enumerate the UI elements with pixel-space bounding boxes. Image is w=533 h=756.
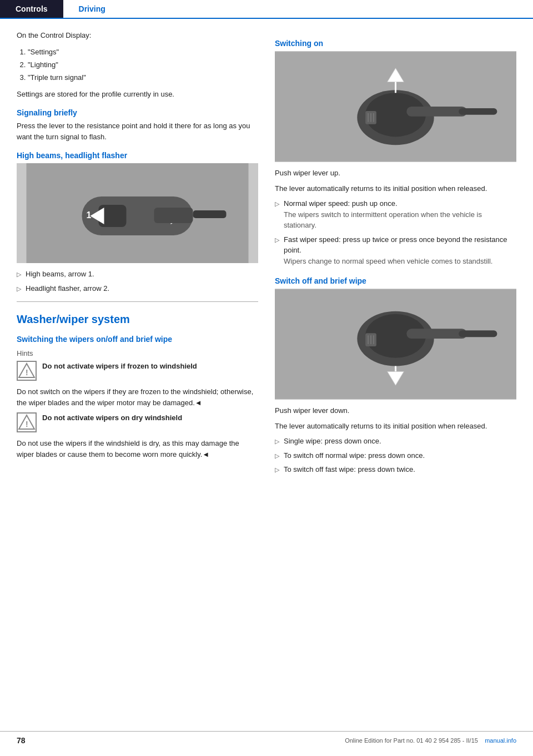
switch-off-fast-bullet: ▷ To switch off fast wipe: press down tw…	[275, 464, 516, 475]
divider-1	[17, 301, 258, 302]
bullet-arrow-icon-2: ▷	[17, 284, 21, 294]
step-2: "Lighting"	[28, 58, 258, 71]
lever-returns-text: The lever automatically returns to its i…	[275, 183, 516, 194]
signaling-briefly-title: Signaling briefly	[17, 108, 258, 117]
hint-box-2: ! Do not activate wipers on dry windshie…	[17, 412, 258, 432]
bullet-arrow-icon: ▷	[17, 270, 21, 280]
switch-off-title: Switch off and brief wipe	[275, 276, 516, 285]
step-1: "Settings"	[28, 46, 258, 58]
header-tabs: Controls Driving	[0, 0, 533, 19]
lever-returns-text-2: The lever automatically returns to its i…	[275, 421, 516, 432]
right-column: Switching on Push wiper lever	[275, 30, 516, 478]
switch-off-image	[275, 289, 516, 400]
push-up-text: Push wiper lever up.	[275, 168, 516, 179]
warning-icon-2: !	[17, 412, 37, 432]
svg-rect-8	[193, 210, 227, 218]
svg-text:!: !	[26, 368, 28, 377]
signaling-briefly-text: Press the lever to the resistance point …	[17, 120, 258, 142]
bullet-arrow-icon-4: ▷	[275, 235, 279, 267]
switch-off-normal-bullet: ▷ To switch off normal wipe: press down …	[275, 450, 516, 461]
left-column: On the Control Display: "Settings" "Ligh…	[17, 30, 258, 478]
main-content: On the Control Display: "Settings" "Ligh…	[0, 19, 533, 490]
high-beams-image: 1 2	[17, 163, 258, 263]
svg-rect-27	[406, 329, 467, 339]
switching-on-title: Switching on	[275, 39, 516, 48]
page-footer: 78 Online Edition for Part no. 01 40 2 9…	[0, 731, 533, 745]
switching-wipers-title: Switching the wipers on/off and brief wi…	[17, 335, 258, 344]
settings-note: Settings are stored for the profile curr…	[17, 89, 258, 100]
svg-text:1: 1	[87, 210, 92, 220]
steps-list: "Settings" "Lighting" "Triple turn signa…	[28, 46, 258, 84]
svg-rect-28	[459, 330, 497, 337]
high-beams-title: High beams, headlight flasher	[17, 151, 258, 160]
intro-text: On the Control Display:	[17, 30, 258, 41]
switching-on-image	[275, 51, 516, 162]
single-wipe-bullet: ▷ Single wipe: press down once.	[275, 436, 516, 447]
high-beams-diagram: 1 2	[17, 163, 258, 263]
fast-wiper-bullet: ▷ Fast wiper speed: press up twice or pr…	[275, 234, 516, 267]
svg-rect-17	[459, 108, 497, 115]
svg-rect-16	[406, 107, 467, 117]
svg-text:!: !	[26, 420, 28, 429]
hint-1-text: Do not activate wipers if frozen to wind…	[42, 361, 258, 372]
tab-controls[interactable]: Controls	[0, 0, 63, 18]
bullet-arrow-icon-5: ▷	[275, 437, 279, 447]
page-number: 78	[17, 736, 26, 745]
hint-2-detail: Do not use the wipers if the windshield …	[17, 438, 258, 460]
svg-rect-7	[154, 208, 193, 223]
high-beams-bullet-2: ▷ Headlight flasher, arrow 2.	[17, 283, 258, 294]
bullet-arrow-icon-3: ▷	[275, 199, 279, 231]
warning-icon-1: !	[17, 361, 37, 381]
hint-box-1: ! Do not activate wipers if frozen to wi…	[17, 361, 258, 381]
bullet-arrow-icon-7: ▷	[275, 465, 279, 475]
normal-wiper-bullet: ▷ Normal wiper speed: push up once. The …	[275, 198, 516, 231]
hint-1-detail: Do not switch on the wipers if they are …	[17, 386, 258, 408]
step-3: "Triple turn signal"	[28, 71, 258, 84]
switching-on-diagram	[275, 51, 516, 162]
footer-info: Online Edition for Part no. 01 40 2 954 …	[345, 737, 516, 744]
push-down-text: Push wiper lever down.	[275, 405, 516, 416]
tab-driving[interactable]: Driving	[63, 0, 121, 18]
washer-title: Washer/wiper system	[17, 313, 258, 326]
switch-off-diagram	[275, 289, 516, 400]
high-beams-bullet-1: ▷ High beams, arrow 1.	[17, 269, 258, 280]
hints-title: Hints	[17, 349, 258, 357]
hint-2-text: Do not activate wipers on dry windshield	[42, 412, 258, 424]
bullet-arrow-icon-6: ▷	[275, 451, 279, 461]
